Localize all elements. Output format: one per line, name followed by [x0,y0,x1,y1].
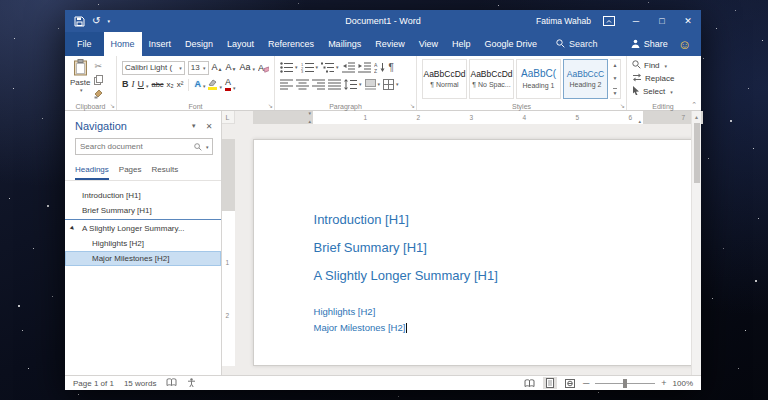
line-spacing-button[interactable]: ▾ [344,79,362,90]
spellcheck-icon[interactable] [166,378,177,389]
vertical-ruler[interactable]: 1 2 [222,124,235,375]
tab-google-drive[interactable]: Google Drive [478,32,545,56]
font-name-select[interactable]: Calibri Light ( ▾ [122,61,185,75]
strikethrough-button[interactable]: abc [152,81,164,89]
style-heading-1[interactable]: AaBbC( Heading 1 [516,59,561,99]
scrollbar-thumb[interactable] [694,123,700,183]
underline-button[interactable]: U▾ [138,80,149,89]
sort-button[interactable]: AZ [374,62,386,73]
shrink-font-button[interactable]: A▼ [226,63,237,72]
feedback-smiley-icon[interactable]: ☺ [676,32,701,56]
user-name[interactable]: Fatima Wahab [536,16,591,26]
bullets-button[interactable]: ▾ [280,62,298,73]
justify-button[interactable] [328,79,341,90]
italic-button[interactable]: I [132,80,135,89]
format-painter-icon[interactable] [94,89,103,99]
increase-indent-button[interactable] [358,62,371,73]
print-layout-icon[interactable] [543,377,557,389]
font-size-select[interactable]: 13 ▾ [188,61,209,75]
scroll-up-icon[interactable]: ▲ [694,111,699,120]
tab-view[interactable]: View [412,32,445,56]
subscript-button[interactable]: x₂ [167,81,174,89]
text-effects-button[interactable]: A▾ [194,80,205,89]
align-center-button[interactable] [296,79,309,90]
close-button[interactable]: ✕ [675,10,701,32]
clear-formatting-button[interactable]: A [258,63,269,73]
find-button[interactable]: Find ▾ [632,59,694,72]
maximize-button[interactable]: □ [649,10,675,32]
align-right-button[interactable] [312,79,325,90]
tab-review[interactable]: Review [368,32,412,56]
clipboard-dialog-launcher[interactable]: ↘ [110,103,115,109]
minimize-button[interactable]: ─ [623,10,649,32]
style-heading-2[interactable]: AaBbCcC Heading 2 [563,59,608,99]
styles-dialog-launcher[interactable]: ↘ [620,103,625,109]
numbering-button[interactable]: 123 ▾ [301,62,319,73]
ribbon-display-options-icon[interactable] [603,16,615,26]
word-count[interactable]: 15 words [124,379,156,388]
tab-file[interactable]: File [65,32,104,56]
style-no-spacing[interactable]: AaBbCcDd ¶ No Spac... [469,59,514,99]
tab-home[interactable]: Home [104,32,142,56]
nav-pane-close-icon[interactable]: ✕ [206,122,213,131]
nav-item-introduction[interactable]: Introduction [H1] [65,188,221,203]
grow-font-button[interactable]: A▲ [212,63,223,72]
show-formatting-marks-button[interactable]: ¶ [389,63,394,73]
web-layout-icon[interactable] [563,377,577,389]
collapse-ribbon-icon[interactable]: ⌃ [691,101,697,109]
nav-tab-pages[interactable]: Pages [119,162,142,180]
change-case-button[interactable]: Aa▾ [239,63,255,72]
zoom-slider-thumb[interactable] [623,379,627,388]
vertical-scrollbar[interactable]: ▲ [691,111,701,375]
bold-button[interactable]: B [122,80,129,89]
paste-button[interactable]: Paste ▾ [70,59,90,99]
zoom-level[interactable]: 100% [673,379,693,388]
page-indicator[interactable]: Page 1 of 1 [73,379,114,388]
select-button[interactable]: Select ▾ [632,85,694,98]
gallery-down-icon[interactable]: ▼ [613,75,618,81]
decrease-indent-button[interactable] [342,62,355,73]
accessibility-icon[interactable] [187,378,196,389]
tab-help[interactable]: Help [445,32,478,56]
collapse-triangle-icon[interactable]: ▶ [69,225,76,232]
save-icon[interactable] [74,16,85,27]
tab-insert[interactable]: Insert [142,32,179,56]
nav-item-brief-summary[interactable]: Brief Summary [H1] [65,203,221,218]
replace-button[interactable]: Replace [632,72,694,85]
font-color-button[interactable]: A▾ [225,78,236,91]
superscript-button[interactable]: x² [177,81,184,89]
highlight-color-button[interactable]: ▾ [208,79,222,90]
gallery-up-icon[interactable]: ▲ [613,62,618,68]
borders-button[interactable]: ▾ [383,79,399,90]
search-box[interactable]: Search [556,32,598,56]
gallery-more-icon[interactable]: ▼ [613,88,618,96]
zoom-out-button[interactable]: ─ [583,379,589,388]
paragraph-dialog-launcher[interactable]: ↘ [410,103,415,109]
read-mode-icon[interactable] [523,377,537,389]
zoom-in-button[interactable]: + [661,379,666,388]
nav-item-longer-summary[interactable]: ▶ A Slightly Longer Summary... [65,221,221,236]
copy-icon[interactable] [94,75,103,85]
zoom-slider[interactable] [595,379,655,388]
cut-icon[interactable]: ✂ [94,62,103,71]
align-left-button[interactable] [280,79,293,90]
qat-dropdown-icon[interactable]: ▾ [107,19,110,24]
shading-button[interactable]: ▾ [365,79,381,90]
indent-marker[interactable]: ▾ [309,111,312,116]
tab-design[interactable]: Design [178,32,220,56]
horizontal-ruler[interactable]: ▾ ▴ ▴ 1 2 3 4 5 6 7 [235,111,691,124]
nav-item-major-milestones[interactable]: Major Milestones [H2] [65,251,221,266]
nav-search-input[interactable] [76,142,194,151]
nav-tab-headings[interactable]: Headings [75,162,109,180]
nav-item-highlights[interactable]: Highlights [H2] [65,236,221,251]
tab-layout[interactable]: Layout [220,32,261,56]
document-page[interactable]: Introduction [H1] Brief Summary [H1] A S… [253,139,691,366]
nav-search-button[interactable]: ▾ [194,143,212,151]
nav-pane-dropdown-icon[interactable]: ▼ [191,123,197,129]
style-normal[interactable]: AaBbCcDd ¶ Normal [422,59,467,99]
tab-references[interactable]: References [261,32,321,56]
multilevel-list-button[interactable]: ▾ [321,62,339,73]
undo-icon[interactable]: ↺ [92,16,100,26]
share-button[interactable]: Share [623,32,676,56]
tab-mailings[interactable]: Mailings [321,32,368,56]
